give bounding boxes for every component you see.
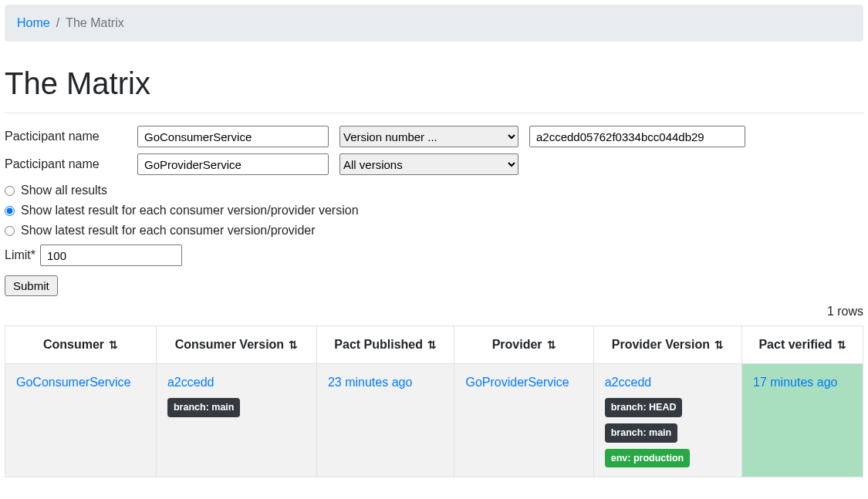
th-provider-version[interactable]: Provider Version ⇅ xyxy=(593,326,741,364)
result-filter-radios: Show all results Show latest result for … xyxy=(5,181,863,240)
limit-input[interactable] xyxy=(40,244,182,266)
breadcrumb-separator: / xyxy=(56,14,59,32)
breadcrumb-home-link[interactable]: Home xyxy=(17,14,50,32)
sort-icon: ⇅ xyxy=(109,339,118,350)
table-row: GoConsumerService a2ccedd branch: main 2… xyxy=(5,364,863,477)
pact-verified-link[interactable]: 17 minutes ago xyxy=(753,376,837,389)
sort-icon: ⇅ xyxy=(289,339,298,350)
th-pact-verified[interactable]: Pact verified ⇅ xyxy=(742,326,863,364)
row-count-label: 1 rows xyxy=(5,302,863,321)
submit-button[interactable]: Submit xyxy=(5,275,58,296)
th-pact-verified-label: Pact verified xyxy=(758,335,832,354)
cell-consumer: GoConsumerService xyxy=(5,364,157,477)
cell-pact-verified: 17 minutes ago xyxy=(742,364,863,477)
version-value-input-0[interactable] xyxy=(529,126,745,147)
radio-latest-cv-pv[interactable] xyxy=(5,206,15,216)
th-consumer-label: Consumer xyxy=(43,335,104,354)
pacticipant-row-1: Pacticipant name All versions xyxy=(5,153,863,175)
sort-icon: ⇅ xyxy=(837,339,846,350)
env-badge: env: production xyxy=(605,449,690,468)
pact-published-link[interactable]: 23 minutes ago xyxy=(328,376,412,389)
radio-latest-cv-pv-label: Show latest result for each consumer ver… xyxy=(21,201,359,220)
consumer-link[interactable]: GoConsumerService xyxy=(16,376,131,389)
provider-link[interactable]: GoProviderService xyxy=(465,376,569,389)
th-consumer-version[interactable]: Consumer Version ⇅ xyxy=(156,326,316,364)
breadcrumb: Home / The Matrix xyxy=(5,5,863,42)
th-consumer[interactable]: Consumer ⇅ xyxy=(5,326,157,364)
radio-latest-cv-p-label: Show latest result for each consumer ver… xyxy=(21,221,316,240)
radio-show-all[interactable] xyxy=(5,186,15,196)
version-selector-0[interactable]: Version number ... xyxy=(339,126,518,147)
pacticipant-name-input-0[interactable] xyxy=(137,126,329,147)
breadcrumb-current: The Matrix xyxy=(66,14,124,32)
branch-badge: branch: main xyxy=(605,423,678,443)
sort-icon: ⇅ xyxy=(427,339,437,350)
pacticipant-name-label: Pacticipant name xyxy=(5,127,127,146)
consumer-version-link[interactable]: a2ccedd xyxy=(167,373,214,392)
sort-icon: ⇅ xyxy=(547,339,556,350)
th-provider[interactable]: Provider ⇅ xyxy=(454,326,593,364)
provider-version-link[interactable]: a2ccedd xyxy=(605,373,652,392)
th-pact-published[interactable]: Pact Published ⇅ xyxy=(316,326,454,364)
cell-provider-version: a2ccedd branch: HEAD branch: main env: p… xyxy=(593,364,741,477)
pacticipant-row-0: Pacticipant name Version number ... xyxy=(5,126,863,147)
branch-badge: branch: main xyxy=(167,398,241,417)
branch-badge: branch: HEAD xyxy=(605,398,683,417)
table-header-row: Consumer ⇅ Consumer Version ⇅ Pact Publi… xyxy=(5,326,863,364)
th-provider-label: Provider xyxy=(492,335,542,354)
limit-label: Limit* xyxy=(5,246,35,265)
cell-consumer-version: a2ccedd branch: main xyxy=(156,364,316,477)
th-consumer-version-label: Consumer Version xyxy=(175,335,284,354)
radio-latest-cv-p[interactable] xyxy=(5,226,15,236)
title-rule xyxy=(5,113,863,113)
pacticipant-name-label: Pacticipant name xyxy=(5,155,127,174)
th-provider-version-label: Provider Version xyxy=(612,335,710,354)
cell-pact-published: 23 minutes ago xyxy=(316,364,454,477)
version-selector-1[interactable]: All versions xyxy=(339,153,518,175)
page-title: The Matrix xyxy=(5,60,863,106)
cell-provider: GoProviderService xyxy=(454,364,593,477)
query-form: Pacticipant name Version number ... Pact… xyxy=(5,126,863,296)
matrix-table: Consumer ⇅ Consumer Version ⇅ Pact Publi… xyxy=(5,325,863,477)
pacticipant-name-input-1[interactable] xyxy=(137,153,329,175)
sort-icon: ⇅ xyxy=(714,339,724,350)
radio-show-all-label: Show all results xyxy=(21,181,107,200)
th-pact-published-label: Pact Published xyxy=(334,335,423,354)
limit-row: Limit* xyxy=(5,244,863,266)
